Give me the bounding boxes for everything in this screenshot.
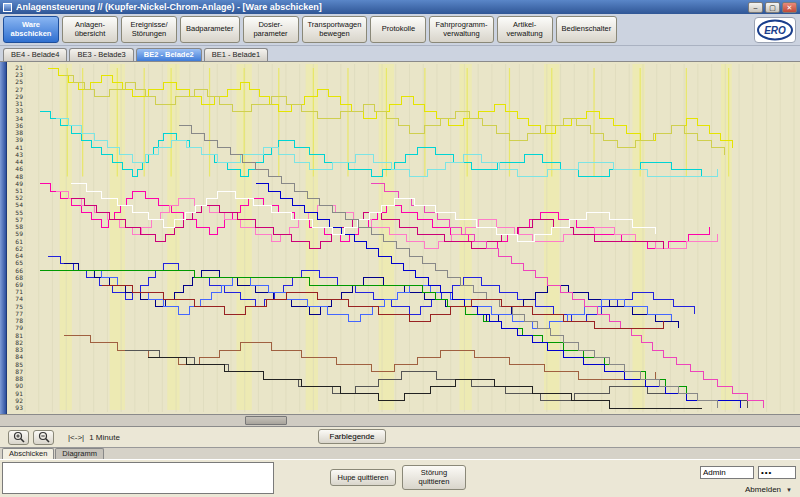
svg-text:93: 93 bbox=[15, 404, 23, 411]
svg-text:65: 65 bbox=[15, 259, 23, 266]
zoom-in-icon bbox=[13, 431, 25, 443]
close-button[interactable]: ✕ bbox=[782, 2, 797, 13]
svg-text:71: 71 bbox=[15, 288, 23, 295]
tab-abschicken[interactable]: Abschicken bbox=[2, 448, 54, 459]
svg-text:23: 23 bbox=[15, 71, 23, 78]
tab-be1-belade1[interactable]: BE1 - Belade1 bbox=[204, 48, 268, 61]
svg-text:75: 75 bbox=[15, 303, 23, 310]
toolbar-button-ware-abschicken[interactable]: Ware abschicken bbox=[3, 16, 59, 43]
svg-text:31: 31 bbox=[15, 100, 23, 107]
svg-text:48: 48 bbox=[15, 173, 23, 180]
svg-text:74: 74 bbox=[15, 295, 23, 302]
tab-label: Diagramm bbox=[62, 449, 97, 458]
svg-text:33: 33 bbox=[15, 107, 23, 114]
logout-label: Abmelden bbox=[745, 485, 781, 494]
svg-text:46: 46 bbox=[15, 165, 23, 172]
tab-label: BE4 - Belade4 bbox=[11, 50, 59, 59]
svg-text:54: 54 bbox=[15, 201, 23, 208]
svg-text:49: 49 bbox=[15, 180, 23, 187]
station-tab-bar: BE4 - Belade4 BE3 - Belade3 BE2 - Belade… bbox=[0, 46, 800, 62]
tab-be2-belade2[interactable]: BE2 - Belade2 bbox=[136, 48, 202, 61]
svg-text:84: 84 bbox=[15, 353, 23, 360]
toolbar-button-dosierparameter[interactable]: Dosier- parameter bbox=[243, 16, 299, 43]
svg-text:61: 61 bbox=[15, 238, 23, 245]
vertical-scrollbar[interactable] bbox=[0, 62, 7, 414]
bottom-tab-bar: Abschicken Diagramm bbox=[0, 447, 800, 459]
bottom-panel: Hupe quittieren Störung quittieren Admin… bbox=[0, 459, 800, 497]
svg-text:82: 82 bbox=[15, 339, 23, 346]
svg-text:77: 77 bbox=[15, 310, 23, 317]
zoom-out-button[interactable] bbox=[33, 430, 54, 445]
toolbar-button-artikelverwaltung[interactable]: Artikel- verwaltung bbox=[497, 16, 553, 43]
password-input[interactable]: ••• bbox=[758, 466, 796, 479]
chart-controls: |<->| 1 Minute Farblegende bbox=[0, 427, 800, 447]
ero-logo-icon: ERO bbox=[756, 18, 794, 42]
svg-text:69: 69 bbox=[15, 281, 23, 288]
toolbar-button-badparameter[interactable]: Badparameter bbox=[180, 16, 240, 43]
svg-text:51: 51 bbox=[15, 187, 23, 194]
button-label: Artikel- verwaltung bbox=[506, 21, 542, 38]
toolbar-button-protokolle[interactable]: Protokolle bbox=[370, 16, 426, 43]
farblegende-button[interactable]: Farblegende bbox=[318, 429, 386, 444]
hupe-quittieren-button[interactable]: Hupe quittieren bbox=[330, 469, 396, 486]
button-label: Protokolle bbox=[382, 25, 415, 34]
toolbar-button-transportwagen-bewegen[interactable]: Transportwagen bewegen bbox=[302, 16, 368, 43]
svg-text:92: 92 bbox=[15, 397, 23, 404]
zoom-in-button[interactable] bbox=[8, 430, 29, 445]
svg-text:29: 29 bbox=[15, 93, 23, 100]
svg-text:55: 55 bbox=[15, 209, 23, 216]
svg-text:91: 91 bbox=[15, 390, 23, 397]
svg-text:58: 58 bbox=[15, 223, 23, 230]
tab-label: BE3 - Belade3 bbox=[77, 50, 125, 59]
tab-label: Abschicken bbox=[9, 449, 47, 458]
svg-text:38: 38 bbox=[15, 129, 23, 136]
svg-text:85: 85 bbox=[15, 361, 23, 368]
svg-text:87: 87 bbox=[15, 368, 23, 375]
svg-text:41: 41 bbox=[15, 144, 23, 151]
abschicken-list[interactable] bbox=[2, 462, 274, 494]
tab-be4-belade4[interactable]: BE4 - Belade4 bbox=[3, 48, 67, 61]
toolbar-button-anlagenuebersicht[interactable]: Anlagen- übersicht bbox=[62, 16, 118, 43]
time-scale-indicator: |<->| 1 Minute bbox=[68, 433, 120, 442]
svg-text:79: 79 bbox=[15, 324, 23, 331]
toolbar-button-bedienschalter[interactable]: Bedienschalter bbox=[556, 16, 618, 43]
svg-text:57: 57 bbox=[15, 216, 23, 223]
svg-text:83: 83 bbox=[15, 346, 23, 353]
svg-text:27: 27 bbox=[15, 86, 23, 93]
button-label: Badparameter bbox=[186, 25, 234, 34]
svg-text:78: 78 bbox=[15, 317, 23, 324]
svg-text:39: 39 bbox=[15, 136, 23, 143]
tab-label: BE2 - Belade2 bbox=[144, 50, 194, 59]
svg-text:ERO: ERO bbox=[764, 25, 786, 36]
maximize-button[interactable]: ▢ bbox=[765, 2, 780, 13]
tab-be3-belade3[interactable]: BE3 - Belade3 bbox=[69, 48, 133, 61]
ero-logo: ERO bbox=[754, 17, 796, 43]
toolbar-button-fahrprogrammverwaltung[interactable]: Fahrprogramm- verwaltung bbox=[429, 16, 493, 43]
button-label: Fahrprogramm- verwaltung bbox=[435, 21, 487, 38]
scale-range-icon: |<->| bbox=[68, 433, 84, 442]
user-select[interactable]: Admin bbox=[700, 466, 754, 479]
horizontal-scrollbar[interactable] bbox=[0, 414, 800, 427]
toolbar-button-ereignisse-stoerungen[interactable]: Ereignisse/ Störungen bbox=[121, 16, 177, 43]
svg-text:21: 21 bbox=[15, 64, 23, 71]
tab-label: BE1 - Belade1 bbox=[212, 50, 260, 59]
minimize-button[interactable]: – bbox=[748, 2, 763, 13]
svg-text:62: 62 bbox=[15, 245, 23, 252]
button-label: Anlagen- übersicht bbox=[75, 21, 105, 38]
svg-text:36: 36 bbox=[15, 122, 23, 129]
zoom-out-icon bbox=[38, 431, 50, 443]
tab-diagramm[interactable]: Diagramm bbox=[55, 448, 104, 459]
button-label: Ereignisse/ Störungen bbox=[130, 21, 167, 38]
svg-text:34: 34 bbox=[15, 115, 23, 122]
logout-button[interactable]: Abmelden ▼ bbox=[745, 485, 792, 494]
svg-text:52: 52 bbox=[15, 194, 23, 201]
svg-text:81: 81 bbox=[15, 332, 23, 339]
window-controls: – ▢ ✕ bbox=[748, 2, 797, 13]
stoerung-quittieren-button[interactable]: Störung quittieren bbox=[402, 465, 466, 490]
title-bar: Anlagensteuerung // (Kupfer-Nickel-Chrom… bbox=[0, 0, 800, 14]
svg-text:88: 88 bbox=[15, 375, 23, 382]
button-label: Ware abschicken bbox=[11, 21, 52, 38]
button-label: Dosier- parameter bbox=[253, 21, 287, 38]
app-icon bbox=[3, 3, 12, 12]
scrollbar-thumb[interactable] bbox=[245, 416, 287, 425]
